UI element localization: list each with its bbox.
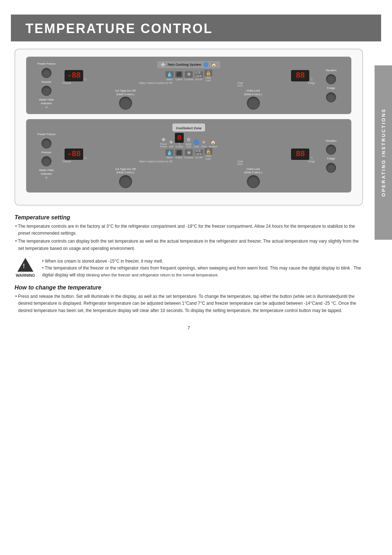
panel1-freezer-label: Freezer [41, 80, 52, 84]
panel2-cs-lbl-thaw: Thaw [201, 145, 207, 148]
panel1-center: ✤ Twin Coolong System 🌀 🏠 -88 °c 💧 [61, 61, 317, 110]
panel1-vacation-btn[interactable] [326, 74, 336, 84]
panel1-freezer-btn[interactable] [41, 86, 52, 96]
panel2-fridge-seg: 88 [291, 149, 309, 160]
panel1-power-freeze-btn[interactable] [41, 68, 52, 78]
panel1-right: Vacation Fridge [317, 69, 346, 102]
panel2-bottom-btns: Ice Type,Ice Off(Hold 3 secs.) Child Loc… [61, 167, 317, 188]
panel2-fridge-display: 88 °c [291, 149, 313, 160]
panel1-water-filter-label: Water FilterIndicator [39, 98, 54, 105]
panel2-sym-crushed: ❄ [185, 149, 193, 156]
panel1-sym-child: 🔒 [204, 70, 212, 76]
panel1-label-freezer: Freezer [62, 82, 71, 87]
panel2-cs-sym-thaw: ✳ [202, 139, 206, 145]
panel1-fridge-seg: 88 [291, 70, 309, 81]
panel1-indicator-dot [45, 106, 48, 109]
temp-setting-heading: Temperature setting [15, 214, 363, 221]
title-bar: TEMPERATURE CONTROL [11, 15, 381, 41]
panel1-icon-iceoff: ICEOFF Ice Off [195, 71, 203, 81]
page-number: 7 [15, 325, 363, 331]
panel2-cool-banner: CoolSelect Zone [172, 123, 205, 131]
panel1-bottom-btns: Ice Type,Ice Off(Hold 3 secs.) Child Loc… [61, 89, 317, 110]
panel1-icetype-label: Ice Type,Ice Off(Hold 3 secs.) [115, 89, 136, 96]
warning-text-block: • When ice cream is stored above -15°C i… [42, 258, 363, 279]
panel2-cs-lbl-0zone: 0 Zone [176, 145, 183, 148]
panel2-cs-sym-cool: 🌀 [193, 139, 199, 145]
panel2-cs-lbl-qc: QuickCool [185, 143, 192, 148]
panel2-icetype-label: Ice Type,Ice Off(Hold 3 secs.) [115, 167, 136, 174]
panel1-sym-crushed: ❄ [185, 71, 193, 78]
panel2-cs-vacation: 🏠 Vacation [209, 139, 218, 148]
panel1-childlock-group: Child Lock(Hold 3 secs.) [244, 89, 262, 110]
panel1-fridge-btn[interactable] [326, 92, 336, 102]
panel2-cs-cool: 🌀 Cool [193, 139, 199, 148]
panel-container: Power Freeze Freezer Water FilterIndicat… [15, 49, 363, 206]
panel1-icetype-btn[interactable] [119, 97, 132, 110]
panel2-vacation-label: Vacation [326, 139, 337, 143]
panel2-cs-thaw: ✳ Thaw [201, 139, 207, 148]
panel2-power-freeze-btn[interactable] [41, 138, 52, 149]
panel1-vacation-label: Vacation [326, 69, 337, 72]
panel2-freezer-btn[interactable] [41, 156, 52, 166]
how-to-change-section: How to change the temperature • Press an… [15, 284, 363, 314]
panel1-left: Power Freeze Freezer Water FilterIndicat… [32, 62, 61, 109]
panel2-label-freezer: Freezer [62, 160, 71, 165]
how-to-change-bullet1: • Press and release the button. Set will… [15, 293, 363, 314]
panel1-lbl-water: Water [166, 78, 172, 81]
panel1-freezer-display: -88 °c [65, 70, 87, 81]
panel2-childlock-label: Child Lock(Hold 3 secs.) [244, 167, 262, 174]
panel1-label-fridge: Fridge [308, 82, 315, 87]
panel1-fridge-label-r: Fridge [327, 86, 335, 90]
panel2-cs-sym-vac: 🏠 [210, 139, 216, 145]
side-label: OPERATING INSTRUCTIONS [375, 65, 392, 240]
temp-setting-section: Temperature setting • The temperature co… [15, 214, 363, 252]
panel2-zero-seg: 0 [175, 133, 184, 143]
panel1-sym-iceoff: ICEOFF [195, 71, 203, 78]
panel2-fridge-btn[interactable] [326, 163, 336, 173]
panel2-icon-water: 💧 Water [166, 149, 173, 159]
panel2-cs-lbl-cool: Cool [194, 145, 199, 148]
warning-bullet2: • The temperature of the freezer or the … [42, 265, 363, 279]
panel2-icetype-btn[interactable] [119, 175, 132, 188]
panel2-icon-iceoff: ICEOFF Ice Off [195, 149, 203, 159]
panel2-label-water2: Water Cubed Crushed Ice Off [139, 160, 172, 165]
panel2-power-freeze-label: Power Freeze [37, 133, 56, 136]
panel2-cs-lbl-pf: PowerFreeze [160, 143, 167, 148]
panel2-center: CoolSelect Zone ✤ PowerFreeze ❄ Soft 0 °… [61, 123, 317, 188]
temp-setting-bullet1: • The temperature controls are in the fa… [15, 223, 363, 237]
panel2-childlock-btn[interactable] [247, 175, 260, 188]
panel2-icetype-group: Ice Type,Ice Off(Hold 3 secs.) [115, 167, 136, 188]
panel1-label-water2: Water Cubed Crushed Ice Off [139, 82, 172, 87]
panel2-sym-cubed: ⬛ [175, 149, 183, 156]
panel1-twin-text: Twin Coolong System [167, 63, 201, 66]
panel2-label-fridge: Fridge [308, 160, 315, 165]
panel1-childlock-btn[interactable] [247, 97, 260, 110]
panel2-freezer-label: Freezer [41, 151, 52, 154]
warning-box: WARNING • When ice cream is stored above… [15, 258, 363, 279]
panel2-water-filter-label: Water FilterIndicator [39, 169, 54, 175]
panel2-lbl-child: ChildLock [205, 155, 211, 160]
panel2-coolsel-icons: ✤ PowerFreeze ❄ Soft 0 °c 0 Zone ⚙ Qui [160, 133, 217, 148]
panel2-cs-powerfreeze: ✤ PowerFreeze [160, 137, 167, 148]
panel2-cs-lbl-soft: Soft [169, 145, 173, 148]
warning-triangle-icon [17, 258, 33, 272]
panel2-icon-child: 🔒 ChildLock [204, 148, 212, 160]
panel1-icetype-group: Ice Type,Ice Off(Hold 3 secs.) [115, 89, 136, 110]
panel1-label-child2: ChildLock [237, 82, 243, 87]
panel2-fridge-label-r: Fridge [327, 157, 335, 161]
panel2-lbl-cubed: Cubed [175, 156, 182, 159]
warning-label: WARNING [16, 273, 35, 278]
panel2-icon-crushed: ❄ Crushed [184, 149, 193, 159]
panel2-cs-sym-soft: ❄ [169, 139, 173, 145]
panel2-vacation-btn[interactable] [326, 145, 336, 155]
panel1-twin-banner: ✤ Twin Coolong System 🌀 🏠 [157, 61, 221, 68]
panel2-childlock-group: Child Lock(Hold 3 secs.) [244, 167, 262, 188]
panel2-lbl-iceoff: Ice Off [195, 156, 202, 159]
main-content: Power Freeze Freezer Water FilterIndicat… [15, 49, 363, 331]
panel1-freezer-seg: -88 [65, 70, 83, 81]
page-title: TEMPERATURE CONTROL [25, 21, 367, 36]
panel1-fridge-display: 88 °c [291, 70, 313, 81]
panel1-lbl-crushed: Crushed [184, 78, 193, 81]
panel2-lbl-crushed: Crushed [184, 156, 193, 159]
panel1-childlock-label: Child Lock(Hold 3 secs.) [244, 89, 262, 96]
